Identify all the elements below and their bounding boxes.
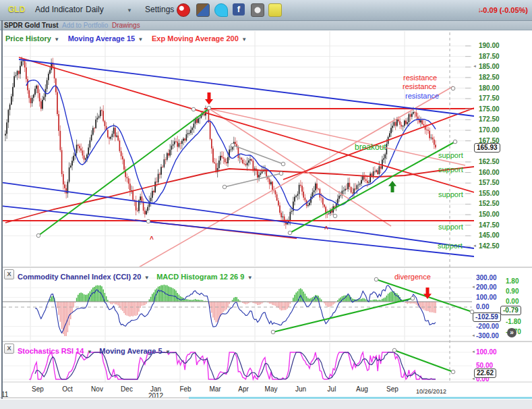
macd-axis-tick: 0.90 bbox=[506, 288, 519, 295]
indicator-macd-histogram[interactable]: MACD Histogram 12 26 9 bbox=[156, 273, 244, 281]
instrument-title: SPDR Gold Trust bbox=[4, 22, 59, 29]
price-axis-tick: 162.50 bbox=[479, 158, 500, 165]
price-axis-tick: 155.00 bbox=[479, 190, 500, 197]
current-macd-box: -0.79 bbox=[500, 306, 521, 315]
axis-marker-icon: ◄ bbox=[471, 285, 475, 289]
month-label: Sep bbox=[28, 385, 48, 393]
drawing-label-resistance[interactable]: resistance bbox=[403, 82, 436, 90]
expand-pane-icon[interactable]: » bbox=[507, 328, 516, 337]
drawing-label-breakout[interactable]: breakout bbox=[355, 142, 386, 152]
macd-axis-tick: 1.80 bbox=[506, 277, 519, 285]
add-to-portfolio-link[interactable]: Add to Portfolio bbox=[62, 22, 108, 29]
current-cci-box: -102.59 bbox=[473, 312, 501, 322]
chevron-down-icon[interactable]: ▼ bbox=[138, 36, 144, 43]
toolbar: GLD Add Indicator Daily ▼ Settings f ↓ -… bbox=[0, 0, 532, 21]
macd-axis-tick: 0.00 bbox=[506, 298, 519, 305]
month-label: May bbox=[261, 385, 281, 393]
drawing-label-support[interactable]: support bbox=[438, 190, 463, 198]
stoch-pane-header: Stochastics RSI 14 ▼ Moving Average 5 ▼ bbox=[18, 344, 171, 356]
indicator-ma15[interactable]: Moving Average 15 bbox=[68, 34, 135, 43]
indicator-price-history[interactable]: Price History bbox=[5, 34, 51, 43]
scrollbar-track[interactable] bbox=[0, 398, 189, 398]
cci-axis-tick: 0.00 bbox=[476, 303, 489, 310]
month-label: Feb bbox=[175, 385, 196, 393]
cci-axis-tick: 100.00 bbox=[476, 294, 497, 301]
price-axis-tick: 190.00 bbox=[479, 42, 500, 49]
month-label: Sep bbox=[382, 385, 403, 393]
cci-pane-header: Commodity Channel Index (CCI) 20 ▼ MACD … bbox=[18, 270, 253, 282]
price-axis-tick: 150.00 bbox=[479, 211, 500, 218]
cci-axis-tick: -200.00 bbox=[476, 323, 499, 330]
month-label: Dec bbox=[117, 385, 137, 393]
month-label: Aug bbox=[352, 385, 372, 393]
drawing-label-divergence[interactable]: divergence bbox=[394, 273, 431, 281]
window-bottom-gutter bbox=[0, 400, 532, 409]
indicator-cci[interactable]: Commodity Channel Index (CCI) 20 bbox=[18, 273, 141, 281]
price-axis-tick: 160.00 bbox=[479, 169, 500, 176]
price-axis-tick: 157.50 bbox=[479, 179, 500, 186]
month-label: Mar bbox=[205, 385, 225, 393]
drawing-label-resistance[interactable]: resistance bbox=[405, 92, 439, 100]
caret-mark: ^ bbox=[324, 225, 328, 233]
indicator-ema200[interactable]: Exp Moving Average 200 bbox=[152, 34, 239, 43]
symbol-label[interactable]: GLD bbox=[8, 5, 25, 14]
note-icon[interactable] bbox=[268, 3, 282, 17]
axis-marker-icon: ◄ bbox=[473, 64, 477, 68]
chevron-down-icon[interactable]: ▼ bbox=[54, 36, 59, 43]
camera-icon[interactable] bbox=[251, 3, 264, 17]
drawing-label-support[interactable]: support bbox=[438, 151, 463, 159]
price-axis-tick: 180.00 bbox=[479, 84, 500, 92]
chevron-down-icon[interactable]: ▼ bbox=[165, 349, 171, 355]
price-axis-tick: 175.00 bbox=[479, 105, 500, 113]
price-axis-tick: 142.50 bbox=[479, 242, 500, 250]
cube-icon[interactable] bbox=[196, 3, 210, 17]
stoch-axis-tick: 100.00 bbox=[476, 348, 497, 356]
month-label: Jul bbox=[322, 385, 342, 393]
price-axis-tick: 177.50 bbox=[479, 94, 500, 102]
last-date-label: 10/26/2012 bbox=[416, 388, 446, 395]
drawings-link[interactable]: Drawings bbox=[112, 22, 140, 29]
timeframe-dropdown[interactable]: Daily bbox=[86, 5, 104, 14]
drawing-label-support[interactable]: support bbox=[438, 165, 463, 173]
drawing-label-support[interactable]: support bbox=[438, 223, 463, 231]
scrollbar-range-handle[interactable] bbox=[189, 397, 532, 399]
chevron-down-icon[interactable]: ▼ bbox=[241, 36, 247, 43]
charting-app-window: GLD Add Indicator Daily ▼ Settings f ↓ -… bbox=[0, 0, 532, 409]
price-change-label: -0.09 (-0.05%) bbox=[481, 6, 528, 14]
price-axis-tick: 182.50 bbox=[479, 74, 500, 81]
month-label: Jun bbox=[291, 385, 311, 393]
indicator-stoch-rsi[interactable]: Stochastics RSI 14 bbox=[18, 347, 84, 355]
month-label: Jan bbox=[146, 385, 166, 393]
month-label: Nov bbox=[87, 385, 107, 393]
close-cci-pane-button[interactable]: X bbox=[4, 269, 14, 279]
drawing-label-support[interactable]: support bbox=[438, 242, 463, 250]
price-axis-tick: 152.50 bbox=[479, 200, 500, 207]
caret-mark: ^ bbox=[150, 236, 154, 243]
chevron-down-icon[interactable]: ▼ bbox=[247, 275, 253, 281]
price-axis-tick: 145.00 bbox=[479, 231, 500, 239]
add-indicator-button[interactable]: Add Indicator bbox=[35, 5, 83, 14]
cci-axis-tick: 200.00 bbox=[476, 283, 497, 291]
price-axis-tick: 170.00 bbox=[479, 126, 500, 134]
window-left-border bbox=[1, 20, 3, 399]
twitter-icon[interactable] bbox=[214, 3, 228, 17]
subbar: SPDR Gold Trust Add to Portfolio Drawing… bbox=[0, 21, 532, 30]
alarm-icon[interactable] bbox=[177, 3, 190, 17]
facebook-icon[interactable]: f bbox=[233, 3, 245, 16]
chevron-down-icon[interactable]: ▼ bbox=[144, 275, 150, 281]
current-stoch-box: 22.62 bbox=[474, 369, 496, 378]
settings-button[interactable]: Settings bbox=[145, 5, 174, 14]
axis-marker-icon: ◄ bbox=[471, 350, 475, 354]
close-stoch-pane-button[interactable]: X bbox=[4, 344, 14, 354]
price-axis-tick: 172.50 bbox=[479, 115, 500, 123]
chevron-down-icon[interactable]: ▼ bbox=[127, 7, 132, 13]
price-pane-header: Price History ▼ Moving Average 15 ▼ Exp … bbox=[5, 32, 247, 44]
month-label: Apr bbox=[233, 385, 254, 393]
chevron-down-icon[interactable]: ▼ bbox=[87, 349, 92, 355]
price-axis-tick: 147.50 bbox=[479, 221, 500, 229]
cci-axis-tick: -300.00 bbox=[476, 332, 499, 339]
indicator-ma5[interactable]: Moving Average 5 bbox=[99, 347, 162, 355]
drawing-label-resistance[interactable]: resistance bbox=[403, 74, 437, 82]
cci-axis-tick: 300.00 bbox=[476, 274, 497, 281]
month-label: Oct bbox=[57, 385, 78, 393]
